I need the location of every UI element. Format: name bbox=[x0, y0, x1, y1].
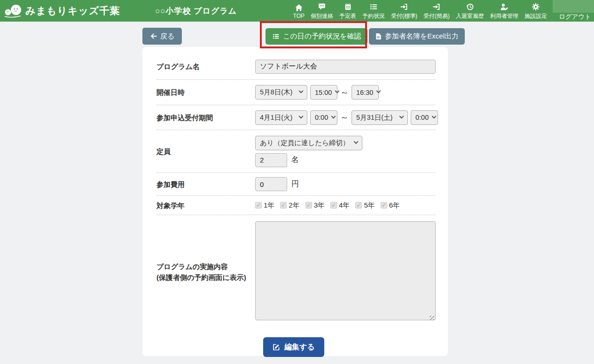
back-arrow-icon bbox=[150, 33, 157, 39]
capacity-row: 定員 あり（定員に達したら締切） 名 bbox=[156, 130, 436, 173]
period-start-time-select[interactable]: 0:00 bbox=[310, 110, 337, 125]
target-grades-label: 対象学年 bbox=[156, 200, 255, 211]
capacity-label: 定員 bbox=[156, 146, 255, 157]
grade-4-checkbox[interactable]: 4年 bbox=[330, 201, 350, 210]
fee-unit: 円 bbox=[291, 179, 299, 189]
event-end-time-select[interactable]: 16:30 bbox=[352, 85, 379, 100]
program-name-row: プログラム名 bbox=[156, 47, 436, 80]
back-button[interactable]: 戻る bbox=[142, 28, 182, 45]
nav-item-user-management[interactable]: 利用者管理 bbox=[490, 0, 518, 22]
checkbox-checked-icon bbox=[280, 202, 287, 209]
description-textarea[interactable] bbox=[255, 221, 436, 320]
checkbox-checked-icon bbox=[355, 202, 362, 209]
main-nav: TOP 個別連絡 予定表 予約状況 bbox=[293, 0, 547, 22]
capacity-mode-select[interactable]: あり（定員に達したら締切） bbox=[255, 136, 362, 150]
logout-button[interactable]: ログアウト bbox=[553, 0, 594, 22]
page: みまもりキッズ千葉 ○○小学校 プログラム TOP 個別連絡 予定表 bbox=[0, 0, 594, 364]
period-end-time-select[interactable]: 0:00 bbox=[411, 110, 438, 125]
period-end-date-select[interactable]: 5月31日(土) bbox=[352, 110, 408, 125]
checkbox-checked-icon bbox=[381, 202, 387, 209]
app-logo[interactable]: みまもりキッズ千葉 bbox=[4, 0, 120, 22]
nav-item-schedule[interactable]: 予定表 bbox=[339, 0, 356, 22]
grade-2-checkbox[interactable]: 2年 bbox=[280, 201, 299, 210]
calendar-icon bbox=[344, 3, 352, 11]
edit-button[interactable]: 編集する bbox=[263, 337, 324, 357]
event-date-select[interactable]: 5月8日(木) bbox=[255, 85, 307, 100]
chevron-down-icon bbox=[376, 89, 381, 93]
user-edit-icon bbox=[500, 3, 508, 11]
range-separator: ～ bbox=[340, 87, 349, 98]
gear-icon bbox=[531, 3, 540, 11]
chevron-down-icon bbox=[331, 114, 336, 118]
nav-item-individual-contact[interactable]: 個別連絡 bbox=[311, 0, 333, 22]
excel-export-button[interactable]: 参加者名簿をExcel出力 bbox=[369, 28, 465, 45]
history-icon bbox=[466, 3, 474, 11]
description-label: プログラムの実施内容 (保護者側の予約画面に表示) bbox=[156, 261, 255, 283]
grade-5-checkbox[interactable]: 5年 bbox=[355, 201, 375, 210]
nav-item-entry-exit-history[interactable]: 入退室履歴 bbox=[456, 0, 484, 22]
range-separator: ～ bbox=[340, 112, 349, 123]
checkbox-checked-icon bbox=[255, 202, 262, 209]
chevron-down-icon bbox=[299, 89, 304, 93]
check-day-reservations-button[interactable]: この日の予約状況を確認 bbox=[266, 28, 367, 45]
nav-item-reservation-status[interactable]: 予約状況 bbox=[362, 0, 385, 22]
logo-text: みまもりキッズ千葉 bbox=[25, 4, 120, 17]
capacity-unit: 名 bbox=[291, 155, 299, 165]
event-datetime-label: 開催日時 bbox=[156, 87, 255, 98]
application-period-row: 参加申込受付期間 4月1日(火) 0:00 ～ 5月31日(土) 0:00 bbox=[156, 105, 436, 130]
nav-item-checkin-simple[interactable]: 受付(簡易) bbox=[423, 0, 450, 22]
sign-in-icon bbox=[432, 3, 441, 11]
application-period-label: 参加申込受付期間 bbox=[156, 112, 255, 123]
logout-highlight bbox=[553, 0, 594, 13]
grade-1-checkbox[interactable]: 1年 bbox=[255, 201, 274, 210]
nav-item-top[interactable]: TOP bbox=[293, 0, 305, 22]
list-icon bbox=[369, 3, 378, 11]
capacity-count-input[interactable] bbox=[255, 153, 287, 167]
comment-icon bbox=[318, 3, 326, 11]
nav-item-checkin-standard[interactable]: 受付(標準) bbox=[391, 0, 417, 22]
target-grades-row: 対象学年 1年 2年 3年 4年 bbox=[156, 196, 436, 215]
checkbox-checked-icon bbox=[305, 202, 312, 209]
list-icon bbox=[272, 33, 280, 40]
chevron-down-icon bbox=[335, 89, 340, 93]
period-start-date-select[interactable]: 4月1日(火) bbox=[255, 110, 307, 125]
program-name-input[interactable] bbox=[255, 60, 436, 74]
chevron-down-icon bbox=[354, 139, 359, 144]
snail-mascot-icon bbox=[4, 4, 23, 18]
fee-input[interactable] bbox=[255, 177, 287, 191]
grade-6-checkbox[interactable]: 6年 bbox=[381, 201, 400, 210]
chevron-down-icon bbox=[432, 114, 437, 118]
sign-in-icon bbox=[400, 3, 408, 11]
description-row: プログラムの実施内容 (保護者側の予約画面に表示) bbox=[156, 215, 436, 330]
edit-pencil-icon bbox=[273, 343, 280, 351]
event-start-time-select[interactable]: 15:00 bbox=[310, 85, 337, 100]
chevron-down-icon bbox=[399, 114, 404, 118]
home-icon bbox=[295, 3, 303, 12]
page-title: ○○小学校 プログラム bbox=[155, 0, 237, 22]
program-detail-card: プログラム名 開催日時 5月8日(木) 15:00 ～ 16:30 bbox=[142, 47, 448, 356]
chevron-down-icon bbox=[299, 114, 304, 118]
program-name-label: プログラム名 bbox=[156, 61, 255, 72]
app-header: みまもりキッズ千葉 ○○小学校 プログラム TOP 個別連絡 予定表 bbox=[0, 0, 594, 22]
checkbox-checked-icon bbox=[330, 202, 337, 209]
fee-row: 参加費用 円 bbox=[156, 173, 436, 196]
fee-label: 参加費用 bbox=[156, 179, 255, 190]
grade-3-checkbox[interactable]: 3年 bbox=[305, 201, 325, 210]
event-datetime-row: 開催日時 5月8日(木) 15:00 ～ 16:30 bbox=[156, 80, 436, 105]
file-icon bbox=[375, 33, 382, 40]
nav-item-facility-settings[interactable]: 施設設定 bbox=[524, 0, 547, 22]
